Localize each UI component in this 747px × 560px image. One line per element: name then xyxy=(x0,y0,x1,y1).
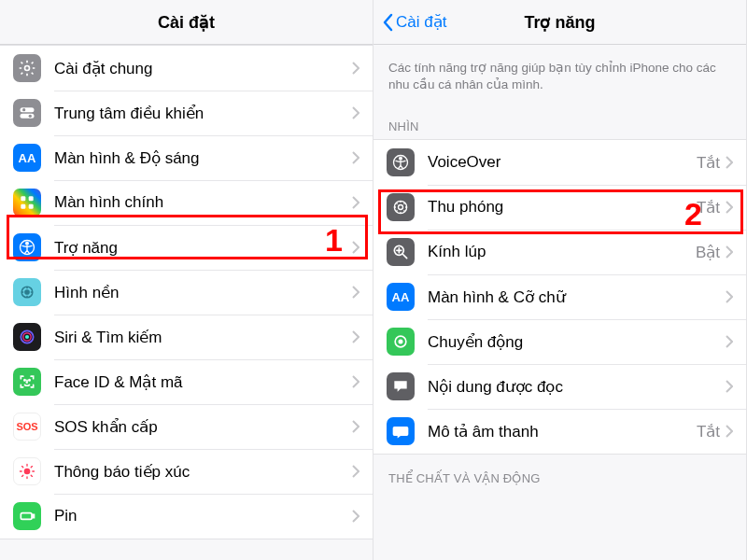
chevron-right-icon xyxy=(352,151,359,164)
accessibility-icon xyxy=(13,233,41,261)
row-label: VoiceOver xyxy=(428,153,697,172)
svg-rect-19 xyxy=(21,513,32,520)
row-label: Màn hình chính xyxy=(54,193,352,212)
chevron-right-icon xyxy=(352,62,359,75)
chevron-right-icon xyxy=(726,290,733,303)
row-voiceover[interactable]: VoiceOver Tắt xyxy=(374,140,746,185)
settings-pane: Cài đặt Cài đặt chung Trung tâm điều khi… xyxy=(0,0,374,560)
row-label: Thu phóng xyxy=(428,198,697,217)
row-home-screen[interactable]: Màn hình chính xyxy=(0,180,373,225)
row-label: Hình nền xyxy=(54,283,352,302)
speech-bubble-icon xyxy=(387,372,415,400)
row-audio-description[interactable]: Mô tả âm thanh Tắt xyxy=(374,409,746,454)
svg-point-10 xyxy=(26,243,29,245)
chevron-right-icon xyxy=(352,106,359,119)
svg-point-16 xyxy=(24,380,25,381)
faceid-icon xyxy=(13,368,41,396)
svg-point-0 xyxy=(25,66,30,71)
svg-rect-6 xyxy=(29,196,34,201)
chevron-right-icon xyxy=(352,510,359,523)
back-button[interactable]: Cài đặt xyxy=(381,0,446,44)
battery-icon xyxy=(13,502,41,530)
row-control-center[interactable]: Trung tâm điều khiển xyxy=(0,91,373,135)
siri-icon xyxy=(13,323,41,351)
row-label: Thông báo tiếp xúc xyxy=(54,462,352,482)
row-label: Chuyển động xyxy=(428,332,726,352)
section-header-physical: THỂ CHẤT VÀ VẬN ĐỘNG xyxy=(374,455,746,491)
vision-list: VoiceOver Tắt Thu phóng Tắt Kính lúp Bật xyxy=(374,139,746,455)
row-wallpaper[interactable]: Hình nền xyxy=(0,270,373,315)
row-status: Tắt xyxy=(697,153,720,173)
chevron-right-icon xyxy=(726,425,733,438)
navbar-right: Cài đặt Trợ năng xyxy=(374,0,746,45)
row-display-text[interactable]: AA Màn hình & Cỡ chữ xyxy=(374,274,746,319)
chevron-right-icon xyxy=(352,465,359,478)
svg-point-17 xyxy=(29,380,30,381)
chevron-right-icon xyxy=(352,286,359,299)
audio-description-icon xyxy=(387,417,415,445)
gear-icon xyxy=(13,54,41,82)
row-status: Tắt xyxy=(697,422,720,441)
page-title: Trợ năng xyxy=(524,12,595,33)
chevron-right-icon xyxy=(352,375,359,388)
svg-rect-7 xyxy=(21,204,25,209)
svg-point-23 xyxy=(394,202,406,214)
chevron-right-icon xyxy=(352,330,359,343)
navbar-left: Cài đặt xyxy=(0,0,373,45)
row-label: SOS khẩn cấp xyxy=(54,417,352,437)
svg-point-4 xyxy=(29,115,32,118)
row-label: Siri & Tìm kiếm xyxy=(54,328,352,347)
row-siri[interactable]: Siri & Tìm kiếm xyxy=(0,315,373,359)
zoom-icon xyxy=(387,193,415,221)
motion-icon xyxy=(387,328,415,356)
row-faceid[interactable]: Face ID & Mật mã xyxy=(0,359,373,404)
row-sos[interactable]: SOS SOS khẩn cấp xyxy=(0,404,373,449)
row-status: Bật xyxy=(696,243,720,262)
row-battery[interactable]: Pin xyxy=(0,494,373,539)
text-size-icon: AA xyxy=(13,144,41,172)
section-header-vision: NHÌN xyxy=(374,103,746,139)
svg-rect-2 xyxy=(21,114,35,119)
svg-rect-20 xyxy=(33,514,35,517)
settings-list-container[interactable]: Cài đặt chung Trung tâm điều khiển AA Mà… xyxy=(0,45,373,560)
settings-list: Cài đặt chung Trung tâm điều khiển AA Mà… xyxy=(0,45,373,539)
svg-point-12 xyxy=(25,290,29,294)
toggles-icon xyxy=(13,99,41,127)
row-exposure[interactable]: Thông báo tiếp xúc xyxy=(0,449,373,494)
row-label: Màn hình & Cỡ chữ xyxy=(428,287,726,307)
row-motion[interactable]: Chuyển động xyxy=(374,319,746,364)
row-label: Kính lúp xyxy=(428,243,696,261)
row-label: Trung tâm điều khiển xyxy=(54,104,352,123)
row-spoken-content[interactable]: Nội dung được đọc xyxy=(374,364,746,409)
chevron-right-icon xyxy=(726,201,733,214)
svg-point-22 xyxy=(400,158,402,161)
row-label: Nội dung được đọc xyxy=(428,377,726,397)
svg-point-3 xyxy=(22,108,25,111)
row-label: Face ID & Mật mã xyxy=(54,372,352,392)
row-display[interactable]: AA Màn hình & Độ sáng xyxy=(0,135,373,180)
chevron-right-icon xyxy=(352,241,359,254)
back-label: Cài đặt xyxy=(396,12,446,32)
row-status: Tắt xyxy=(697,198,720,217)
row-label: Pin xyxy=(54,507,352,525)
chevron-right-icon xyxy=(726,245,733,259)
magnifier-icon xyxy=(387,238,415,266)
accessibility-list-container[interactable]: Các tính năng trợ năng giúp bạn tùy chỉn… xyxy=(374,45,746,560)
row-magnifier[interactable]: Kính lúp Bật xyxy=(374,230,746,274)
row-label: Trợ năng xyxy=(54,238,352,258)
row-general[interactable]: Cài đặt chung xyxy=(0,46,373,91)
svg-rect-8 xyxy=(29,204,34,209)
wallpaper-icon xyxy=(13,278,41,306)
section-description: Các tính năng trợ năng giúp bạn tùy chỉn… xyxy=(374,45,746,103)
accessibility-pane: Cài đặt Trợ năng Các tính năng trợ năng … xyxy=(374,0,747,560)
svg-rect-1 xyxy=(21,107,35,112)
svg-point-27 xyxy=(399,341,402,343)
svg-point-15 xyxy=(25,335,29,339)
sos-icon: SOS xyxy=(13,413,41,441)
row-label: Cài đặt chung xyxy=(54,59,352,78)
svg-rect-5 xyxy=(21,196,25,201)
row-accessibility[interactable]: Trợ năng xyxy=(0,225,373,270)
home-screen-icon xyxy=(13,189,41,217)
row-zoom[interactable]: Thu phóng Tắt xyxy=(374,185,746,230)
page-title: Cài đặt xyxy=(158,12,215,33)
